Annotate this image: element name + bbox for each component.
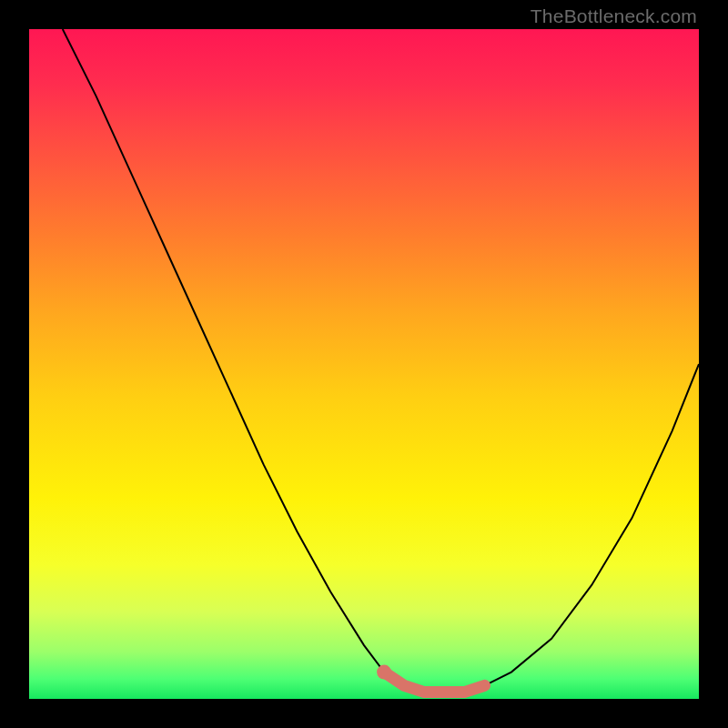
chart-container: TheBottleneck.com (0, 0, 728, 728)
plot-area (29, 29, 699, 699)
curve-marker (377, 665, 391, 680)
highlight-segment (384, 672, 484, 693)
watermark-text: TheBottleneck.com (531, 5, 697, 27)
bottleneck-curve (63, 29, 699, 693)
curve-svg (29, 29, 699, 699)
